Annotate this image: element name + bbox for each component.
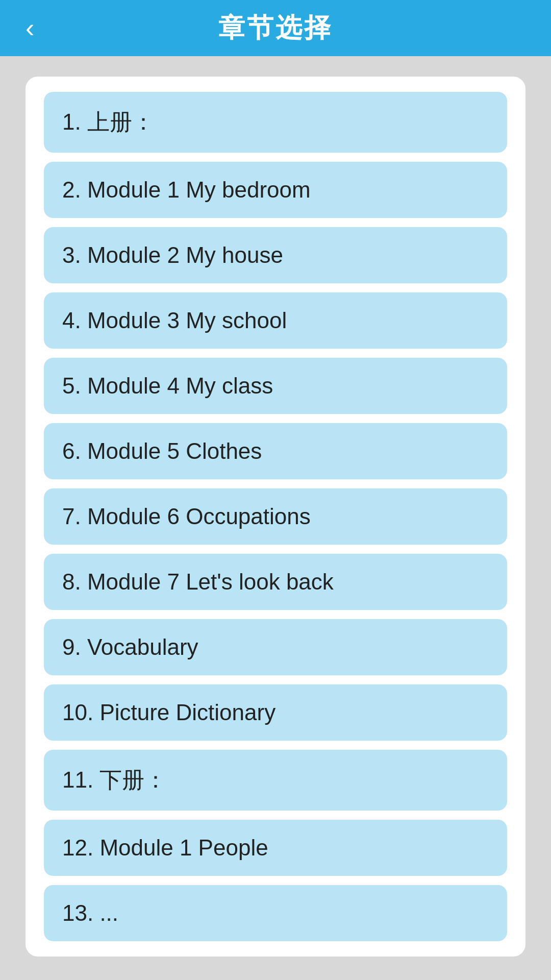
- list-item-3[interactable]: 3. Module 2 My house: [44, 227, 507, 283]
- list-item-7[interactable]: 7. Module 6 Occupations: [44, 488, 507, 545]
- list-item-5[interactable]: 5. Module 4 My class: [44, 358, 507, 414]
- back-button[interactable]: ‹: [26, 15, 34, 41]
- list-item-10[interactable]: 10. Picture Dictionary: [44, 684, 507, 741]
- list-item-12[interactable]: 12. Module 1 People: [44, 820, 507, 876]
- list-item-2[interactable]: 2. Module 1 My bedroom: [44, 162, 507, 218]
- list-item-8[interactable]: 8. Module 7 Let's look back: [44, 554, 507, 610]
- list-item-6[interactable]: 6. Module 5 Clothes: [44, 423, 507, 479]
- page-title: 章节选择: [218, 10, 333, 46]
- chapter-list-card: 1. 上册： 2. Module 1 My bedroom 3. Module …: [26, 77, 525, 957]
- content-area: 1. 上册： 2. Module 1 My bedroom 3. Module …: [0, 56, 551, 980]
- list-item-13[interactable]: 13. ...: [44, 885, 507, 941]
- list-item-1[interactable]: 1. 上册：: [44, 92, 507, 153]
- list-item-4[interactable]: 4. Module 3 My school: [44, 292, 507, 349]
- header: ‹ 章节选择: [0, 0, 551, 56]
- list-item-9[interactable]: 9. Vocabulary: [44, 619, 507, 675]
- list-item-11[interactable]: 11. 下册：: [44, 750, 507, 811]
